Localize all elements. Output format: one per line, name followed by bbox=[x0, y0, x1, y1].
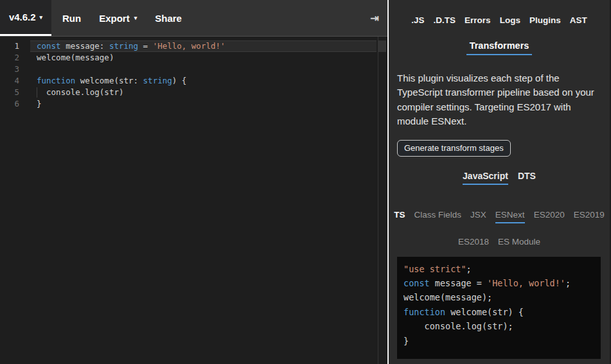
output-code-line: welcome(message); bbox=[403, 290, 601, 304]
editor-line[interactable]: 4function welcome(str: string) { bbox=[0, 75, 387, 87]
tab-class-fields[interactable]: Class Fields bbox=[414, 210, 462, 223]
tab-es2020[interactable]: ES2020 bbox=[534, 210, 565, 223]
run-label: Run bbox=[62, 13, 81, 24]
code-token: const bbox=[403, 278, 430, 288]
tab-ast[interactable]: AST bbox=[570, 15, 587, 25]
tab-esnext[interactable]: ESNext bbox=[495, 210, 525, 223]
line-number: 5 bbox=[0, 87, 19, 98]
output-code-line: } bbox=[403, 334, 601, 348]
tab-es-module[interactable]: ES Module bbox=[498, 237, 540, 247]
code-token: ) { bbox=[172, 76, 187, 85]
editor-line[interactable]: 2welcome(message) bbox=[0, 52, 387, 64]
code-token: welcome(message) bbox=[37, 53, 114, 62]
code-token: 'Hello, world!' bbox=[487, 278, 565, 288]
line-number: 2 bbox=[0, 52, 19, 64]
code-token: 'Hello, world!' bbox=[153, 41, 226, 51]
tab-es2019[interactable]: ES2019 bbox=[574, 210, 605, 223]
code-token: console.log(str) bbox=[37, 87, 123, 97]
line-number: 6 bbox=[0, 98, 19, 110]
version-label: v4.6.2 bbox=[9, 12, 36, 22]
code-token: welcome(str) { bbox=[445, 307, 524, 317]
right-panel-tabs: .JS.D.TSErrorsLogsPluginsAST bbox=[389, 15, 610, 25]
code-editor[interactable]: 1const message: string = 'Hello, world!'… bbox=[0, 37, 387, 364]
output-code-line: const message = 'Hello, world!'; bbox=[403, 276, 601, 290]
editor-line[interactable]: 3 bbox=[0, 64, 387, 75]
code-token: console.log(str); bbox=[403, 321, 513, 331]
code-token: welcome(str: bbox=[75, 76, 143, 85]
editor-line[interactable]: 1const message: string = 'Hello, world!' bbox=[0, 40, 387, 52]
line-number: 4 bbox=[0, 75, 19, 87]
tab-js[interactable]: .JS bbox=[411, 15, 424, 25]
share-button[interactable]: Share bbox=[155, 0, 182, 36]
tab-logs[interactable]: Logs bbox=[500, 15, 520, 25]
generate-transform-stages-button[interactable]: Generate transform stages bbox=[397, 140, 511, 157]
code-token: message = bbox=[430, 278, 487, 288]
code-token: ; bbox=[565, 278, 571, 288]
output-code-line: console.log(str); bbox=[403, 319, 601, 333]
output-kind-tabs: JavaScriptDTS bbox=[389, 171, 610, 185]
tab-transformers[interactable]: Transformers bbox=[466, 40, 533, 55]
code-token: ; bbox=[466, 264, 472, 274]
code-token: } bbox=[403, 336, 409, 346]
code-token: const bbox=[37, 41, 61, 51]
editor-scrollbar[interactable] bbox=[378, 40, 386, 52]
code-token: message: bbox=[61, 41, 109, 51]
stage-tabs-row2: ES2018ES Module bbox=[389, 237, 610, 247]
tab-es2018[interactable]: ES2018 bbox=[458, 237, 489, 247]
tab-ts[interactable]: TS bbox=[394, 210, 405, 223]
tab-plugins[interactable]: Plugins bbox=[529, 15, 561, 25]
plugin-description: This plugin visualizes each step of the … bbox=[397, 71, 601, 129]
tab-errors[interactable]: Errors bbox=[465, 15, 491, 25]
code-token: function bbox=[403, 307, 445, 317]
line-number: 3 bbox=[0, 64, 19, 75]
output-code-line: "use strict"; bbox=[403, 262, 601, 276]
transform-output-code: "use strict";const message = 'Hello, wor… bbox=[397, 257, 601, 359]
share-label: Share bbox=[155, 13, 182, 24]
stage-tabs-row1: TSClass FieldsJSXESNextES2020ES2019 bbox=[389, 210, 610, 223]
tab-dts[interactable]: .D.TS bbox=[434, 15, 456, 25]
dock-right-icon[interactable]: ⇥ bbox=[371, 12, 379, 24]
code-token: function bbox=[37, 76, 75, 85]
code-token: welcome(message); bbox=[403, 292, 492, 302]
chevron-down-icon: ▾ bbox=[40, 14, 43, 21]
code-token: string bbox=[109, 41, 138, 51]
tab-javascript[interactable]: JavaScript bbox=[463, 171, 508, 185]
editor-pane: v4.6.2 ▾ Run Export ▾ Share ⇥ 1const mes… bbox=[0, 0, 389, 364]
editor-line[interactable]: 6} bbox=[0, 98, 387, 110]
sidebar-panel: .JS.D.TSErrorsLogsPluginsAST Transformer… bbox=[389, 0, 610, 364]
export-button[interactable]: Export ▾ bbox=[99, 0, 137, 36]
line-number: 1 bbox=[0, 40, 19, 52]
editor-toolbar: v4.6.2 ▾ Run Export ▾ Share ⇥ bbox=[0, 0, 387, 37]
output-code-line: function welcome(str) { bbox=[403, 305, 601, 319]
editor-ruler bbox=[378, 37, 378, 364]
export-label: Export bbox=[99, 13, 130, 24]
plugin-title-wrap: Transformers bbox=[389, 40, 610, 55]
version-selector[interactable]: v4.6.2 ▾ bbox=[0, 0, 51, 36]
code-token: } bbox=[37, 99, 42, 108]
code-token: "use strict" bbox=[403, 264, 466, 274]
editor-line[interactable]: 5 console.log(str) bbox=[0, 87, 387, 98]
editor-lines: 1const message: string = 'Hello, world!'… bbox=[0, 40, 387, 110]
code-token: string bbox=[143, 76, 172, 85]
tab-jsx[interactable]: JSX bbox=[470, 210, 486, 223]
run-button[interactable]: Run bbox=[62, 0, 81, 36]
code-token: = bbox=[138, 41, 153, 51]
chevron-down-icon: ▾ bbox=[134, 15, 137, 21]
tab-dts[interactable]: DTS bbox=[518, 171, 536, 185]
